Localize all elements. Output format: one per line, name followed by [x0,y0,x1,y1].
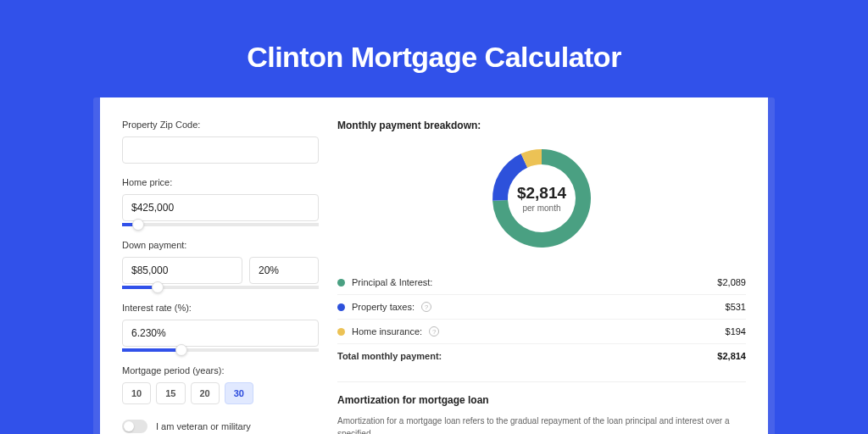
green-dot-icon [337,279,345,287]
legend-row: Property taxes:?$531 [337,295,746,320]
slider-thumb[interactable] [132,219,144,231]
total-value: $2,814 [717,351,746,361]
interest-rate-slider[interactable] [122,348,319,352]
card-shadow: Property Zip Code: Home price: Down paym… [93,97,775,434]
home-price-slider[interactable] [122,223,319,226]
down-payment-pct-input[interactable] [249,257,319,284]
down-payment-slider[interactable] [122,286,319,289]
yellow-dot-icon [337,328,345,336]
legend-value: $2,089 [717,277,746,287]
amortization-text: Amortization for a mortgage loan refers … [337,415,746,434]
zip-label: Property Zip Code: [122,120,319,130]
legend: Principal & Interest:$2,089Property taxe… [337,270,746,344]
calculator-card: Property Zip Code: Home price: Down paym… [100,97,768,434]
donut-chart: $2,814 per month [487,143,597,253]
period-20-button[interactable]: 20 [191,382,220,404]
total-label: Total monthly payment: [337,351,442,361]
veteran-toggle[interactable] [122,420,147,433]
info-icon[interactable]: ? [421,302,431,312]
page-title: Clinton Mortgage Calculator [247,41,621,74]
down-payment-input[interactable] [122,257,242,284]
zip-input[interactable] [122,136,319,164]
home-price-label: Home price: [122,177,319,187]
home-price-input[interactable] [122,194,319,221]
slider-thumb[interactable] [152,281,164,293]
period-label: Mortgage period (years): [122,365,319,376]
info-icon[interactable]: ? [429,326,439,337]
legend-value: $194 [726,326,746,337]
interest-rate-label: Interest rate (%): [122,303,319,313]
interest-rate-input[interactable] [122,320,319,347]
legend-label: Home insurance: [352,326,422,337]
legend-row: Home insurance:?$194 [337,320,746,344]
amortization-title: Amortization for mortgage loan [337,394,746,406]
results-panel: Monthly payment breakdown: $2,814 per mo… [337,97,768,434]
donut-sub: per month [517,203,566,213]
period-15-button[interactable]: 15 [156,382,185,404]
period-10-button[interactable]: 10 [122,382,151,404]
veteran-label: I am veteran or military [156,421,251,431]
legend-label: Property taxes: [352,302,415,312]
legend-label: Principal & Interest: [352,277,432,287]
donut-amount: $2,814 [517,184,566,203]
blue-dot-icon [337,303,345,311]
breakdown-title: Monthly payment breakdown: [337,120,746,131]
period-30-button[interactable]: 30 [225,382,253,404]
form-panel: Property Zip Code: Home price: Down paym… [100,97,337,434]
slider-thumb[interactable] [175,344,187,356]
down-payment-label: Down payment: [122,240,319,250]
period-options: 10152030 [122,382,319,404]
legend-value: $531 [726,302,746,312]
legend-row: Principal & Interest:$2,089 [337,270,746,295]
